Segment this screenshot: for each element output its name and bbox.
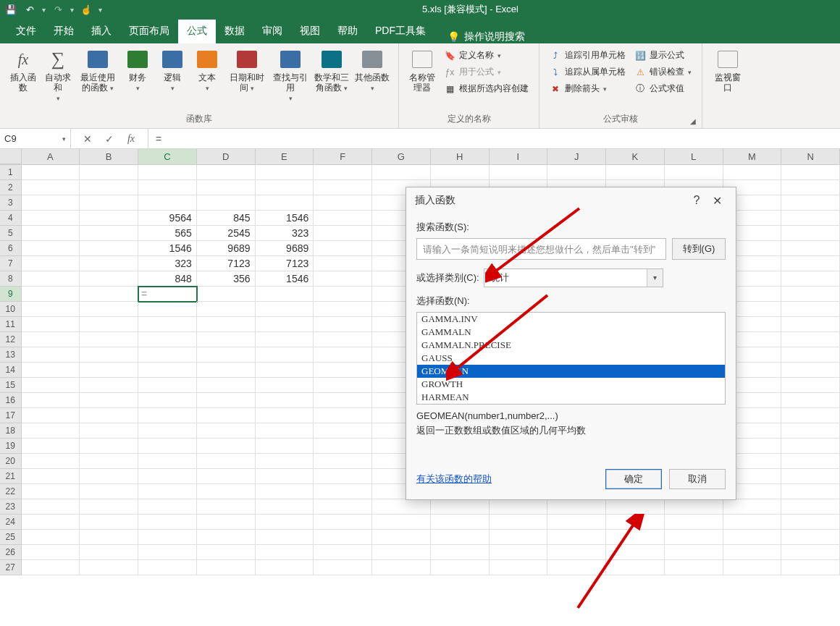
cell[interactable] xyxy=(781,317,840,332)
cell[interactable] xyxy=(372,515,431,530)
row-header[interactable]: 4 xyxy=(0,211,22,226)
row-header[interactable]: 24 xyxy=(0,515,22,530)
tab-view[interactable]: 视图 xyxy=(291,20,329,43)
cell[interactable] xyxy=(80,271,138,287)
cell[interactable] xyxy=(80,211,138,226)
cell[interactable] xyxy=(781,165,840,180)
cell[interactable] xyxy=(606,515,665,530)
column-header[interactable]: E xyxy=(256,149,314,164)
row-header[interactable]: 19 xyxy=(0,439,22,454)
cell[interactable] xyxy=(490,499,548,515)
cell[interactable] xyxy=(138,423,197,439)
cell[interactable] xyxy=(606,560,665,575)
cell[interactable] xyxy=(138,454,197,469)
cell[interactable] xyxy=(80,423,138,439)
cell[interactable] xyxy=(314,332,372,347)
cell[interactable] xyxy=(256,287,314,302)
cell[interactable] xyxy=(197,423,256,439)
cell[interactable] xyxy=(781,378,840,393)
cell[interactable] xyxy=(138,515,197,530)
cell[interactable] xyxy=(80,226,138,241)
fx-button[interactable]: fx xyxy=(125,132,138,145)
cell[interactable] xyxy=(138,530,197,545)
cell[interactable] xyxy=(314,165,372,180)
cell[interactable]: 1546 xyxy=(256,211,314,226)
cell[interactable] xyxy=(197,363,256,378)
cell[interactable] xyxy=(197,317,256,332)
cell[interactable] xyxy=(372,530,431,545)
cell[interactable] xyxy=(80,378,138,393)
row-header[interactable]: 10 xyxy=(0,302,22,317)
cell[interactable] xyxy=(22,378,80,393)
cell[interactable] xyxy=(22,530,80,545)
cell[interactable] xyxy=(781,302,840,317)
cell[interactable] xyxy=(256,484,314,499)
cell[interactable] xyxy=(490,545,548,560)
row-header[interactable]: 2 xyxy=(0,180,22,195)
qat-dropdown-icon[interactable]: ▾ xyxy=(98,6,102,14)
cell[interactable] xyxy=(197,165,256,180)
financial-button[interactable]: 财务▾ xyxy=(120,46,155,111)
function-list-item[interactable]: GAMMALN xyxy=(417,326,725,339)
cell[interactable] xyxy=(314,211,372,226)
cell[interactable] xyxy=(665,515,723,530)
cell[interactable] xyxy=(314,469,372,484)
cell[interactable] xyxy=(80,484,138,499)
trace-precedents-button[interactable]: ⤴追踪引用单元格 xyxy=(550,49,626,62)
cell[interactable] xyxy=(80,530,138,545)
cell[interactable] xyxy=(197,484,256,499)
cell[interactable] xyxy=(256,515,314,530)
cell[interactable] xyxy=(431,530,490,545)
cell[interactable] xyxy=(197,180,256,195)
cell[interactable] xyxy=(22,469,80,484)
tab-insert[interactable]: 插入 xyxy=(83,20,120,43)
cell[interactable]: 7123 xyxy=(197,256,256,271)
cell[interactable]: 848 xyxy=(138,271,197,287)
cell[interactable]: 323 xyxy=(256,226,314,241)
cell[interactable] xyxy=(606,545,665,560)
cell[interactable] xyxy=(80,408,138,423)
dialog-launcher-icon[interactable]: ◢ xyxy=(690,117,696,125)
tab-pagelayout[interactable]: 页面布局 xyxy=(120,20,178,43)
cell[interactable] xyxy=(314,241,372,256)
cell[interactable] xyxy=(665,499,723,515)
cell[interactable] xyxy=(256,317,314,332)
cell[interactable] xyxy=(256,195,314,211)
row-header[interactable]: 9 xyxy=(0,287,22,302)
text-button[interactable]: 文本▾ xyxy=(190,46,224,111)
cell[interactable] xyxy=(781,439,840,454)
cell[interactable] xyxy=(22,241,80,256)
cell[interactable] xyxy=(80,347,138,363)
row-header[interactable]: 21 xyxy=(0,469,22,484)
column-header[interactable]: H xyxy=(431,149,490,164)
cell[interactable] xyxy=(781,226,840,241)
cell[interactable] xyxy=(781,180,840,195)
cell[interactable] xyxy=(781,530,840,545)
cell[interactable] xyxy=(80,545,138,560)
tab-data[interactable]: 数据 xyxy=(216,20,253,43)
row-header[interactable]: 1 xyxy=(0,165,22,180)
cell[interactable] xyxy=(314,302,372,317)
cell[interactable] xyxy=(781,347,840,363)
cell[interactable] xyxy=(490,515,548,530)
enter-formula-button[interactable]: ✓ xyxy=(103,132,116,145)
cell[interactable] xyxy=(80,287,138,302)
dialog-titlebar[interactable]: 插入函数 ? ✕ xyxy=(406,187,736,213)
cell[interactable] xyxy=(22,317,80,332)
cell[interactable] xyxy=(256,393,314,408)
cell[interactable] xyxy=(138,484,197,499)
cell[interactable] xyxy=(138,180,197,195)
cell[interactable] xyxy=(781,363,840,378)
select-all-corner[interactable] xyxy=(0,149,22,164)
cell[interactable] xyxy=(314,256,372,271)
cell[interactable] xyxy=(606,530,665,545)
define-name-button[interactable]: 🔖定义名称 ▾ xyxy=(444,49,529,62)
cell[interactable] xyxy=(781,469,840,484)
column-header[interactable]: I xyxy=(490,149,548,164)
remove-arrows-button[interactable]: ✖删除箭头 ▾ xyxy=(550,83,626,95)
cell[interactable] xyxy=(723,165,782,180)
column-header[interactable]: B xyxy=(80,149,138,164)
cell[interactable] xyxy=(490,530,548,545)
cell[interactable] xyxy=(22,195,80,211)
cell[interactable] xyxy=(197,302,256,317)
